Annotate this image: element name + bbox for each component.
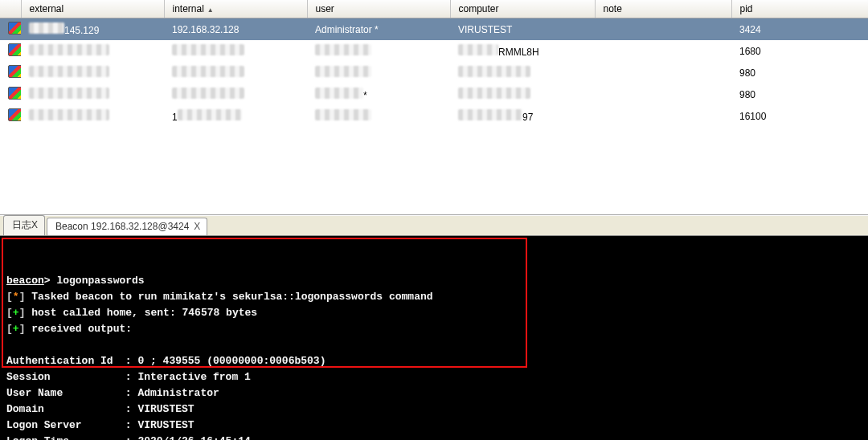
beacon-table: external internal user computer note pid… (0, 0, 868, 127)
beacon-icon (8, 43, 21, 56)
close-icon[interactable]: X (194, 221, 200, 232)
cell-pid: 16100 (731, 105, 868, 127)
tab-beacon[interactable]: Beacon 192.168.32.128@3424 X (47, 218, 207, 235)
tab-log[interactable]: 日志X (3, 215, 45, 235)
cell-user: Administrator * (307, 18, 450, 41)
cell-note (595, 18, 731, 41)
field-label: Logon Time (6, 434, 119, 440)
field-value: Administrator (137, 387, 219, 399)
table-row[interactable]: 145.129 192.168.32.128 Administrator * V… (0, 18, 868, 41)
col-external[interactable]: external (21, 0, 164, 18)
beacon-icon (8, 22, 21, 35)
console-line: received output: (31, 323, 132, 335)
col-computer[interactable]: computer (450, 0, 595, 18)
beacon-icon (8, 65, 21, 78)
cell-internal: 1 (172, 112, 178, 123)
col-internal[interactable]: internal (164, 0, 307, 18)
col-user[interactable]: user (307, 0, 450, 18)
tab-label: Beacon 192.168.32.128@3424 (55, 221, 189, 232)
highlight-box (2, 238, 527, 368)
cell-external: 145.129 (64, 25, 99, 36)
cell-pid: 980 (731, 62, 868, 84)
console-line: host called home, sent: 746578 bytes (31, 307, 257, 319)
field-label: Authentication Id (6, 353, 119, 369)
col-note[interactable]: note (595, 0, 731, 18)
beacon-icon (8, 87, 21, 100)
beacon-console[interactable]: beacon> logonpasswords [*] Tasked beacon… (0, 236, 868, 440)
field-value: 0 ; 439555 (00000000:0006b503) (137, 355, 326, 367)
tab-label: 日志X (12, 218, 38, 232)
field-label: Domain (6, 401, 119, 418)
cell-pid: 980 (731, 84, 868, 105)
cell-pid: 3424 (731, 18, 868, 41)
cell-computer: VIRUSTEST (450, 18, 595, 41)
tab-bar: 日志X Beacon 192.168.32.128@3424 X (0, 215, 868, 236)
console-prompt: beacon (6, 275, 44, 287)
table-row[interactable]: 1 97 16100 (0, 105, 868, 127)
field-label: Session (6, 369, 119, 385)
cell-computer: 97 (522, 112, 533, 123)
table-row[interactable]: * 980 (0, 84, 868, 105)
field-value: Interactive from 1 (137, 371, 250, 383)
col-icon[interactable] (0, 0, 21, 18)
cell-computer: RMML8H (498, 47, 539, 58)
table-header-row: external internal user computer note pid (0, 0, 868, 18)
field-value: VIRUSTEST (137, 419, 194, 431)
field-value: VIRUSTEST (137, 403, 194, 415)
table-row[interactable]: 980 (0, 62, 868, 84)
field-value: 2020/1/26 16:45:14 (137, 435, 250, 440)
col-pid[interactable]: pid (731, 0, 868, 18)
cell-user: * (363, 90, 367, 101)
field-label: Logon Server (6, 418, 119, 434)
cell-internal: 192.168.32.128 (164, 18, 307, 41)
console-line: Tasked beacon to run mimikatz's sekurlsa… (31, 291, 432, 303)
table-row[interactable]: RMML8H 1680 (0, 40, 868, 62)
beacon-list-pane: external internal user computer note pid… (0, 0, 868, 215)
field-label: User Name (6, 385, 119, 401)
cell-pid: 1680 (731, 40, 868, 62)
beacon-icon (8, 108, 21, 121)
console-command: logonpasswords (56, 275, 144, 287)
